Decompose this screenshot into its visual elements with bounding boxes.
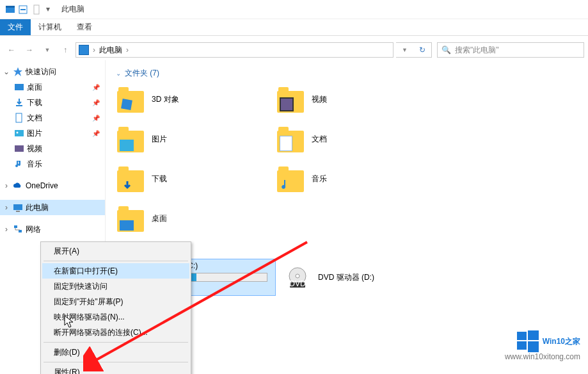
documents-icon (14, 113, 24, 123)
svg-rect-4 (34, 5, 39, 14)
separator (44, 362, 188, 362)
separator (44, 261, 188, 261)
svg-rect-14 (19, 230, 22, 232)
sidebar-quick-access[interactable]: ⌄ 快速访问 (0, 64, 105, 79)
ctx-properties[interactable]: 属性(R) (42, 364, 189, 374)
star-icon (13, 67, 23, 77)
sidebar-this-pc[interactable]: › 此电脑 (0, 200, 105, 215)
folder-icon (117, 205, 144, 232)
dropdown-icon[interactable]: ▼ (402, 47, 408, 53)
quick-access-toolbar: ▾ (18, 4, 56, 15)
sidebar-item-label: 桌面 (27, 82, 42, 93)
expand-icon[interactable]: › (3, 225, 10, 234)
svg-text:DVD: DVD (289, 279, 306, 288)
ctx-delete[interactable]: 删除(D) (42, 345, 189, 360)
address-field[interactable]: › 此电脑 › (75, 42, 393, 58)
search-box[interactable]: 🔍 搜索"此电脑" (437, 42, 584, 58)
system-icon (5, 4, 15, 15)
address-location: 此电脑 (99, 45, 122, 56)
folder-documents[interactable]: 文档 (276, 121, 429, 157)
ctx-pin-quick-access[interactable]: 固定到快速访问 (42, 279, 189, 294)
folder-3d-objects[interactable]: 3D 对象 (116, 81, 269, 117)
back-button[interactable]: ← (4, 42, 19, 58)
window-title: 此电脑 (61, 4, 84, 15)
sidebar-item-downloads[interactable]: 下载 📌 (0, 95, 105, 110)
folder-label: 音乐 (312, 174, 327, 184)
watermark-url: www.win10xitong.com (505, 352, 580, 361)
group-title: 文件夹 (7) (125, 68, 159, 79)
ctx-disconnect-network-drive[interactable]: 断开网络驱动器的连接(C)... (42, 325, 189, 340)
downloads-icon (14, 97, 24, 108)
folder-downloads[interactable]: 下载 (116, 161, 269, 197)
sidebar-item-documents[interactable]: 文档 📌 (0, 110, 105, 126)
sidebar-item-music[interactable]: 音乐 (0, 156, 105, 172)
watermark-title: Win10之家 (543, 336, 580, 347)
music-icon (14, 159, 24, 169)
collapse-icon[interactable]: ⌄ (3, 67, 10, 76)
svg-rect-27 (528, 341, 539, 352)
expand-icon[interactable]: › (3, 203, 10, 212)
folder-desktop[interactable]: 桌面 (116, 200, 269, 236)
svg-rect-8 (15, 130, 24, 136)
folder-label: 3D 对象 (152, 94, 179, 105)
svg-marker-5 (13, 67, 22, 76)
svg-rect-13 (14, 225, 17, 228)
chevron-right-icon: › (93, 45, 95, 54)
drive-dvd-d[interactable]: DVD DVD 驱动器 (D:) (282, 259, 442, 296)
qat-properties-icon[interactable] (18, 4, 28, 15)
dvd-icon: DVD (283, 266, 312, 289)
folder-label: 视频 (312, 94, 327, 105)
ribbon-tabs: 文件 计算机 查看 (0, 19, 588, 36)
svg-rect-0 (6, 7, 15, 13)
ctx-expand[interactable]: 展开(A) (42, 243, 189, 259)
videos-icon (14, 143, 24, 154)
tab-computer[interactable]: 计算机 (31, 19, 69, 35)
folder-label: 图片 (152, 134, 167, 145)
windows-logo-icon (517, 330, 539, 352)
recent-dropdown[interactable]: ▼ (40, 42, 55, 58)
svg-rect-24 (517, 332, 527, 340)
svg-rect-7 (16, 113, 22, 122)
svg-point-20 (296, 274, 299, 278)
title-bar: ▾ 此电脑 (0, 0, 588, 19)
ctx-pin-start[interactable]: 固定到"开始"屏幕(P) (42, 294, 189, 309)
forward-button[interactable]: → (22, 42, 37, 58)
folders-group: 3D 对象 视频 图片 文档 下 (116, 81, 578, 236)
tab-view[interactable]: 查看 (69, 19, 100, 35)
search-placeholder: 搜索"此电脑" (455, 45, 499, 56)
folder-icon (277, 165, 304, 192)
sidebar-onedrive[interactable]: › OneDrive (0, 178, 105, 193)
folder-music[interactable]: 音乐 (276, 161, 429, 197)
expand-icon[interactable]: › (3, 181, 10, 190)
folder-icon (277, 126, 304, 152)
folder-label: 桌面 (152, 213, 167, 224)
pin-icon: 📌 (92, 130, 100, 137)
qat-new-icon[interactable] (32, 4, 42, 15)
qat-dropdown-icon[interactable]: ▾ (46, 4, 56, 15)
folder-videos[interactable]: 视频 (276, 81, 429, 117)
tab-file[interactable]: 文件 (0, 19, 31, 35)
this-pc-icon (13, 202, 23, 213)
pictures-icon (14, 128, 24, 138)
up-button[interactable]: ↑ (58, 42, 73, 58)
ctx-map-network-drive[interactable]: 映射网络驱动器(N)... (42, 309, 189, 325)
address-tools: ▼ ↻ (396, 42, 432, 58)
svg-point-9 (17, 132, 19, 134)
chevron-right-icon[interactable]: › (126, 45, 129, 54)
network-icon (13, 224, 23, 234)
sidebar-item-pictures[interactable]: 图片 📌 (0, 126, 105, 141)
ctx-open-new-window[interactable]: 在新窗口中打开(E) (42, 263, 189, 279)
folder-icon (277, 86, 304, 113)
folder-pictures[interactable]: 图片 (116, 121, 269, 157)
this-pc-icon (79, 45, 89, 55)
svg-rect-25 (528, 330, 539, 340)
sidebar-label: 网络 (26, 224, 41, 235)
sidebar-item-videos[interactable]: 视频 (0, 141, 105, 156)
group-header-folders[interactable]: ⌄ 文件夹 (7) (116, 65, 578, 81)
sidebar-item-desktop[interactable]: 桌面 📌 (0, 79, 105, 95)
folder-icon (117, 86, 144, 113)
sidebar-label: 快速访问 (26, 67, 56, 77)
refresh-icon[interactable]: ↻ (419, 45, 425, 54)
sidebar-network[interactable]: › 网络 (0, 222, 105, 237)
svg-rect-6 (15, 84, 24, 90)
